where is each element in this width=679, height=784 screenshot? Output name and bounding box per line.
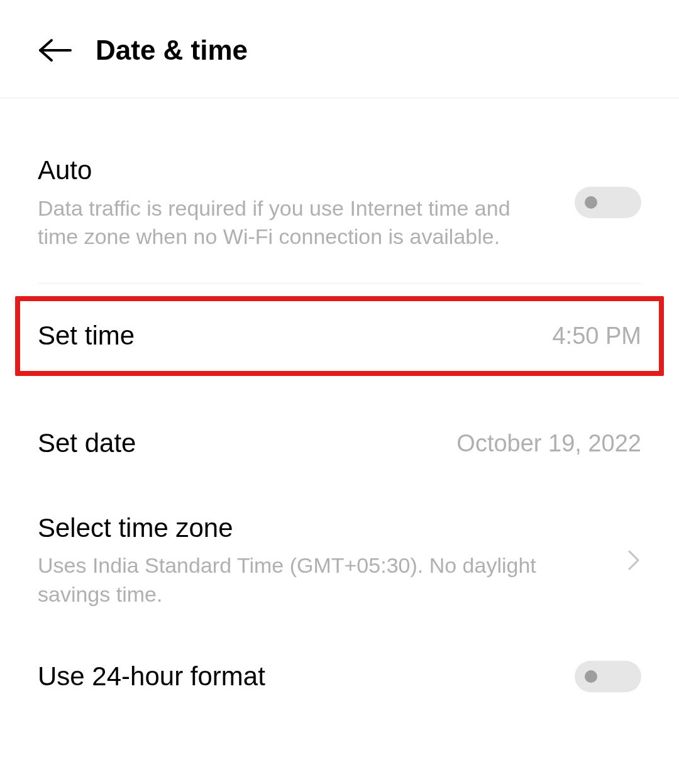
timezone-text: Select time zone Uses India Standard Tim… — [38, 511, 616, 609]
set-date-value: October 19, 2022 — [456, 430, 641, 457]
use-24h-label: Use 24-hour format — [38, 660, 556, 694]
set-time-row[interactable]: Set time 4:50 PM — [38, 319, 641, 353]
chevron-right-icon — [626, 548, 641, 573]
toggle-knob — [585, 670, 597, 683]
header: Date & time — [0, 0, 679, 98]
set-time-text: Set time — [38, 319, 552, 353]
toggle-knob — [585, 196, 597, 209]
auto-description: Data traffic is required if you use Inte… — [38, 194, 556, 252]
timezone-row[interactable]: Select time zone Uses India Standard Tim… — [38, 486, 641, 634]
auto-setting-text: Auto Data traffic is required if you use… — [38, 153, 575, 251]
set-time-label: Set time — [38, 319, 533, 353]
use-24h-row[interactable]: Use 24-hour format — [38, 634, 641, 719]
settings-list: Auto Data traffic is required if you use… — [0, 98, 679, 719]
use-24h-toggle[interactable] — [575, 661, 641, 692]
timezone-description: Uses India Standard Time (GMT+05:30). No… — [38, 551, 610, 609]
set-date-label: Set date — [38, 426, 438, 461]
timezone-label: Select time zone — [38, 511, 610, 546]
set-date-row[interactable]: Set date October 19, 2022 — [38, 401, 641, 486]
auto-label: Auto — [38, 153, 556, 188]
auto-setting-row[interactable]: Auto Data traffic is required if you use… — [38, 98, 641, 284]
page-title: Date & time — [96, 35, 248, 66]
back-arrow-icon[interactable] — [38, 38, 73, 63]
use-24h-text: Use 24-hour format — [38, 660, 575, 694]
set-time-highlight: Set time 4:50 PM — [15, 296, 664, 376]
set-time-value: 4:50 PM — [552, 323, 641, 350]
auto-toggle[interactable] — [575, 187, 641, 218]
set-date-text: Set date — [38, 426, 456, 461]
